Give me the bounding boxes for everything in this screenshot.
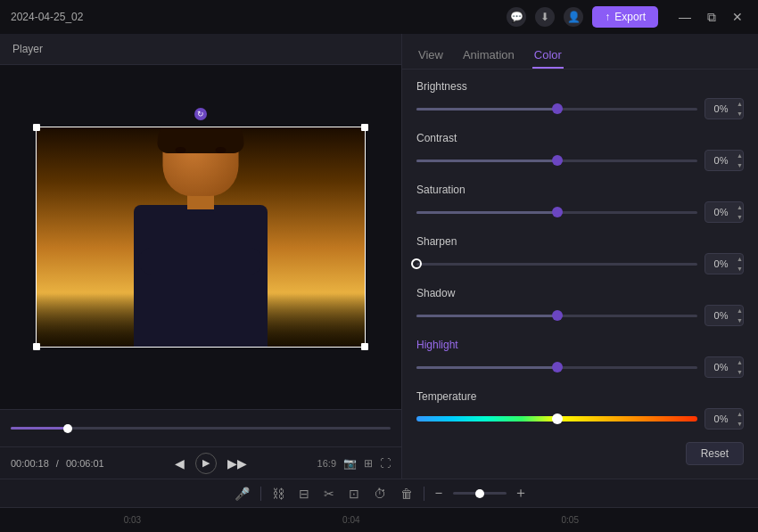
progress-bar[interactable] xyxy=(11,427,391,430)
zoom-in-button[interactable]: ＋ xyxy=(514,484,528,503)
minimize-button[interactable]: — xyxy=(674,8,696,26)
cut-icon[interactable]: ✂ xyxy=(320,485,338,503)
shadow-slider-row: 0% ▲ ▼ xyxy=(416,305,744,326)
brightness-value[interactable]: 0% ▲ ▼ xyxy=(704,98,744,119)
temperature-up[interactable]: ▲ xyxy=(737,409,743,419)
close-button[interactable]: ✕ xyxy=(728,8,747,26)
highlight-up[interactable]: ▲ xyxy=(737,357,743,367)
contrast-slider-row: 0% ▲ ▼ xyxy=(416,150,744,171)
highlight-num: 0% xyxy=(705,362,737,372)
temperature-arrows: ▲ ▼ xyxy=(737,409,743,429)
highlight-label: Highlight xyxy=(416,339,744,351)
mic-icon[interactable]: 🎤 xyxy=(231,485,253,503)
brightness-track[interactable] xyxy=(416,108,697,110)
saturation-track[interactable] xyxy=(416,211,697,214)
highlight-row: Highlight 0% ▲ ▼ xyxy=(416,339,744,378)
divider-1 xyxy=(260,487,261,501)
video-frame: ↻ xyxy=(36,127,366,348)
highlight-down[interactable]: ▼ xyxy=(737,367,743,377)
zoom-slider[interactable] xyxy=(453,492,507,495)
sharpen-value[interactable]: 0% ▲ ▼ xyxy=(704,253,744,274)
progress-thumb[interactable] xyxy=(63,424,72,433)
handle-bottom-left[interactable] xyxy=(33,343,40,350)
sharpen-down[interactable]: ▼ xyxy=(737,264,743,274)
saturation-arrows: ▲ ▼ xyxy=(737,202,743,222)
selection-handles: ↻ xyxy=(36,127,366,348)
maximize-button[interactable]: ⧉ xyxy=(703,8,721,27)
prev-frame-button[interactable]: ◀ xyxy=(171,454,188,472)
contrast-arrows: ▲ ▼ xyxy=(737,151,743,170)
time-total: 00:06:01 xyxy=(66,458,104,469)
download-icon[interactable]: ⬇ xyxy=(535,7,555,27)
brightness-label: Brightness xyxy=(416,80,744,93)
highlight-thumb[interactable] xyxy=(552,362,563,372)
shadow-thumb[interactable] xyxy=(552,310,563,321)
tab-animation[interactable]: Animation xyxy=(461,43,516,69)
temperature-value[interactable]: 0% ▲ ▼ xyxy=(704,408,744,430)
sharpen-track[interactable] xyxy=(416,263,697,266)
time-separator: / xyxy=(56,458,59,469)
main-area: Player xyxy=(0,34,758,479)
zoom-out-button[interactable]: － xyxy=(432,484,446,503)
tab-view[interactable]: View xyxy=(416,43,445,69)
saturation-row: Saturation 0% ▲ ▼ xyxy=(416,184,744,223)
zoom-thumb[interactable] xyxy=(475,489,484,498)
camera-icon[interactable]: 📷 xyxy=(343,457,357,470)
sharpen-num: 0% xyxy=(705,258,737,269)
saturation-value[interactable]: 0% ▲ ▼ xyxy=(704,201,744,223)
player-header: Player xyxy=(0,34,401,65)
saturation-down[interactable]: ▼ xyxy=(737,212,743,222)
handle-bottom-right[interactable] xyxy=(361,343,368,350)
contrast-track[interactable] xyxy=(416,160,697,162)
sharpen-up[interactable]: ▲ xyxy=(737,254,743,264)
chat-icon[interactable]: 💬 xyxy=(507,7,526,27)
grid-icon[interactable]: ⊞ xyxy=(364,457,373,470)
saturation-up[interactable]: ▲ xyxy=(737,202,743,212)
rotate-handle[interactable]: ↻ xyxy=(194,108,207,120)
temperature-down[interactable]: ▼ xyxy=(737,419,743,429)
brightness-thumb[interactable] xyxy=(552,103,563,114)
contrast-fill xyxy=(416,160,557,162)
saturation-thumb[interactable] xyxy=(552,207,563,217)
fullscreen-icon[interactable]: ⛶ xyxy=(380,457,391,470)
titlebar-icons: 💬 ⬇ 👤 ↑ Export — ⧉ ✕ xyxy=(507,6,747,28)
temperature-track[interactable] xyxy=(416,416,697,422)
reset-container: Reset xyxy=(416,442,744,465)
brightness-fill xyxy=(416,108,557,110)
highlight-track[interactable] xyxy=(416,366,697,369)
sharpen-arrows: ▲ ▼ xyxy=(737,254,743,274)
highlight-value[interactable]: 0% ▲ ▼ xyxy=(704,356,744,378)
link-icon[interactable]: ⛓ xyxy=(268,485,288,503)
handle-top-right[interactable] xyxy=(361,124,368,131)
sharpen-thumb[interactable] xyxy=(411,258,422,269)
contrast-down[interactable]: ▼ xyxy=(737,160,743,170)
timeline-toolbar: 🎤 ⛓ ⊟ ✂ ⊡ ⏱ 🗑 － ＋ xyxy=(0,479,758,508)
next-frame-button[interactable]: ▶▶ xyxy=(224,454,251,472)
shadow-up[interactable]: ▲ xyxy=(737,306,743,315)
player-area: ↻ xyxy=(0,65,401,409)
shadow-down[interactable]: ▼ xyxy=(737,315,743,325)
tab-color[interactable]: Color xyxy=(532,43,564,69)
user-icon[interactable]: 👤 xyxy=(564,7,583,27)
shadow-track[interactable] xyxy=(416,315,697,317)
brightness-up[interactable]: ▲ xyxy=(737,99,743,109)
crop-icon[interactable]: ⊡ xyxy=(345,485,363,503)
temperature-thumb[interactable] xyxy=(552,413,563,424)
ruler-mark-1: 0:03 xyxy=(124,515,141,525)
split-icon[interactable]: ⊟ xyxy=(295,485,313,503)
shadow-fill xyxy=(416,315,557,317)
handle-top-left[interactable] xyxy=(33,124,40,131)
contrast-up[interactable]: ▲ xyxy=(737,151,743,160)
contrast-thumb[interactable] xyxy=(552,155,563,166)
window-controls: — ⧉ ✕ xyxy=(674,8,747,27)
export-button[interactable]: ↑ Export xyxy=(592,6,658,28)
play-button[interactable]: ▶ xyxy=(195,453,217,474)
brightness-row: Brightness 0% ▲ ▼ xyxy=(416,80,744,119)
speed-icon[interactable]: ⏱ xyxy=(370,485,390,503)
time-current: 00:00:18 xyxy=(11,458,49,469)
delete-icon[interactable]: 🗑 xyxy=(397,485,416,503)
brightness-down[interactable]: ▼ xyxy=(737,109,743,119)
reset-button[interactable]: Reset xyxy=(686,442,744,465)
shadow-value[interactable]: 0% ▲ ▼ xyxy=(704,305,744,326)
contrast-value[interactable]: 0% ▲ ▼ xyxy=(704,150,744,171)
